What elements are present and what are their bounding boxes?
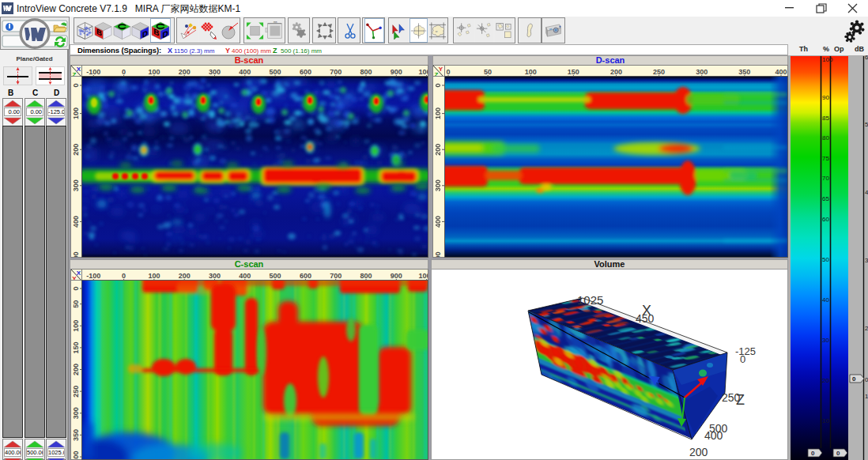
svg-text:Z: Z	[736, 392, 745, 408]
svg-text:0: 0	[446, 68, 450, 76]
svg-text:350: 350	[738, 68, 750, 76]
svg-text:500: 500	[270, 272, 281, 280]
svg-text:600: 600	[300, 272, 311, 280]
svg-text:2: 2	[865, 325, 868, 332]
svg-text:400: 400	[239, 272, 251, 280]
svg-text:100: 100	[148, 272, 160, 280]
svg-text:400: 400	[434, 216, 442, 228]
svg-text:0: 0	[811, 450, 815, 457]
svg-text:-100: -100	[86, 68, 100, 76]
svg-text:500: 500	[434, 251, 442, 257]
svg-text:200: 200	[689, 446, 708, 458]
svg-text:100: 100	[72, 107, 80, 119]
svg-text:Y: Y	[439, 66, 443, 73]
svg-text:mm: mm	[274, 21, 277, 24]
svg-text:700: 700	[330, 68, 342, 76]
svg-text:0: 0	[72, 286, 80, 290]
svg-text:800: 800	[360, 68, 372, 76]
svg-text:1025: 1025	[577, 293, 603, 307]
svg-text:80: 80	[822, 134, 829, 141]
svg-text:-100: -100	[86, 272, 100, 280]
svg-text:900: 900	[391, 272, 402, 280]
svg-text:0: 0	[865, 376, 868, 383]
svg-text:400: 400	[239, 68, 251, 76]
svg-text:250: 250	[72, 386, 80, 398]
svg-text:60: 60	[822, 216, 829, 223]
svg-text:0: 0	[836, 450, 840, 457]
svg-text:D: D	[142, 28, 148, 40]
svg-text:65: 65	[822, 195, 829, 202]
svg-text:0: 0	[852, 375, 856, 383]
svg-text:50: 50	[822, 256, 829, 263]
svg-text:300: 300	[72, 407, 80, 419]
svg-text:D: D	[163, 28, 169, 40]
svg-text:6: 6	[865, 55, 868, 61]
svg-text:400: 400	[704, 429, 723, 442]
svg-text:200: 200	[179, 272, 191, 280]
svg-text:300: 300	[72, 179, 80, 191]
svg-text:3: 3	[865, 257, 868, 264]
svg-text:150: 150	[568, 68, 579, 76]
svg-text:400: 400	[775, 68, 787, 76]
svg-text:20: 20	[822, 377, 829, 384]
svg-text:1000: 1000	[419, 272, 428, 280]
svg-text:w: w	[436, 29, 438, 32]
svg-text:1: 1	[865, 393, 868, 400]
svg-text:4: 4	[865, 189, 868, 196]
svg-text:200: 200	[72, 364, 80, 375]
svg-text:50: 50	[72, 300, 80, 308]
svg-text:600: 600	[300, 68, 311, 76]
svg-text:500: 500	[72, 251, 80, 257]
svg-text:1000: 1000	[419, 68, 428, 76]
svg-text:90: 90	[822, 94, 829, 101]
svg-text:200: 200	[179, 68, 191, 76]
svg-text:50: 50	[484, 68, 492, 76]
svg-text:200: 200	[610, 68, 622, 76]
svg-text:100: 100	[525, 68, 537, 76]
svg-text:0: 0	[740, 353, 745, 365]
svg-text:0: 0	[122, 68, 126, 76]
svg-text:400: 400	[72, 451, 80, 459]
svg-text:100: 100	[434, 107, 442, 119]
svg-text:300: 300	[696, 68, 708, 76]
svg-text:85: 85	[822, 115, 829, 122]
svg-text:200: 200	[72, 144, 80, 156]
svg-text:350: 350	[72, 429, 80, 441]
svg-text:400: 400	[72, 216, 80, 228]
svg-text:500: 500	[270, 68, 281, 76]
svg-text:70: 70	[822, 175, 829, 182]
svg-text:0: 0	[122, 272, 126, 280]
svg-text:5: 5	[865, 121, 868, 128]
svg-text:X: X	[77, 66, 81, 73]
svg-text:200: 200	[434, 144, 442, 156]
svg-text:40: 40	[822, 296, 829, 304]
svg-text:300: 300	[209, 272, 221, 280]
svg-text:700: 700	[330, 272, 342, 280]
svg-text:75: 75	[822, 155, 829, 162]
svg-text:100: 100	[72, 320, 80, 332]
svg-text:900: 900	[391, 68, 402, 76]
svg-text:250: 250	[653, 68, 665, 76]
svg-text:100: 100	[822, 56, 833, 63]
svg-text:0: 0	[72, 83, 80, 87]
svg-text:300: 300	[434, 179, 442, 191]
svg-text:0: 0	[434, 83, 442, 87]
svg-text:10: 10	[822, 417, 829, 424]
svg-text:100: 100	[148, 68, 160, 76]
svg-text:X: X	[77, 270, 81, 277]
svg-text:150: 150	[72, 341, 80, 353]
svg-text:800: 800	[360, 272, 372, 280]
svg-text:30: 30	[822, 337, 829, 344]
svg-text:450: 450	[636, 312, 655, 325]
svg-text:300: 300	[209, 68, 221, 76]
